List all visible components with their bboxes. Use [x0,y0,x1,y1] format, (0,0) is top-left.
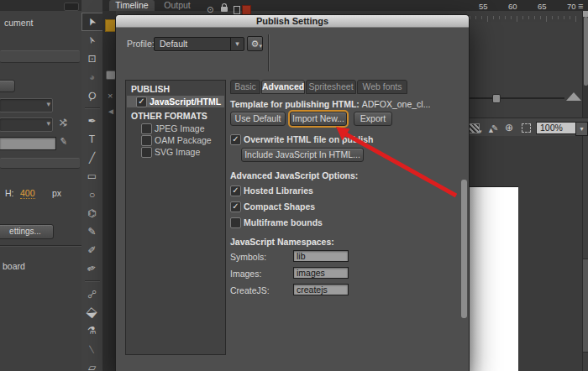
brush-tool[interactable]: ✐ [82,242,102,259]
dialog-scrollbar-thumb[interactable] [461,180,467,318]
tab-spritesheet[interactable]: Spritesheet [306,80,356,94]
symbols-input[interactable] [293,250,349,262]
publish-settings-dialog: Publish Settings Profile: Default ▾ ⚙▾ P… [115,14,470,371]
pen-tool[interactable]: ✒ [82,112,102,129]
text-icon: T [89,134,95,144]
import-new-button[interactable]: Import New... [290,112,347,126]
paintbrush-tool[interactable]: ✏ [82,260,102,277]
stage-zoom-dropdown-button[interactable]: ▾ [575,122,588,136]
stage-zoom-field[interactable]: 100% [536,122,576,134]
lasso-icon: Ϙ [87,90,97,102]
checkbox-javascript-html[interactable]: ✓ [136,97,147,107]
format-row-jpeg[interactable]: JPEG Image [127,123,224,134]
dialog-title-bar[interactable]: Publish Settings [116,15,469,28]
eraser-tool[interactable]: ▱ [82,359,102,371]
selection-tool[interactable]: ➤ [82,13,102,30]
overwrite-html-label: Overwrite HTML file on publish [244,134,373,144]
scrollbar-arrow-button[interactable] [583,11,588,17]
wrench-icon[interactable]: ⚒ [57,118,69,128]
edit-symbol-icon[interactable]: ▲✎ [487,125,501,135]
format-row-oam[interactable]: OAM Package [127,134,224,146]
checkbox-jpeg[interactable] [141,123,152,134]
oval-icon: ○ [89,190,95,200]
document-label: cument [4,18,33,29]
checkbox-svg[interactable] [141,147,152,158]
pasteboard[interactable] [467,136,582,371]
oval-tool[interactable]: ○ [82,186,102,203]
timeline-zoom-slider-knob[interactable] [492,94,501,103]
text-tool[interactable]: T [82,131,102,148]
timeline-scrollbar-thumb[interactable] [584,17,588,86]
free-transform-tool[interactable]: ⊡ [82,50,102,67]
eyedropper-tool[interactable]: ﹨ [82,341,102,358]
layer-outline-icon[interactable] [234,6,240,14]
lasso-tool[interactable]: Ϙ [82,87,102,104]
include-javascript-button[interactable]: Include JavaScript In HTML... [241,148,364,162]
paint-bucket-icon: ◪ [85,306,98,319]
checkbox-compact-shapes[interactable]: ✓ [230,201,241,212]
checkbox-multiframe-bounds[interactable] [230,217,241,228]
line-tool[interactable]: ╱ [82,149,102,166]
export-button[interactable]: Export [354,112,392,126]
tools-panel: ➤➢⊡◕Ϙ✒T╱▭○⌬✎✐✏⧟◪⚗﹨▱☛ [81,0,103,371]
timeline-scrollbar[interactable] [582,11,588,118]
tab-basic[interactable]: Basic [230,80,260,94]
pencil-edit-icon[interactable]: ✎ [59,135,68,147]
stage-scrollbar-thumb[interactable] [583,259,588,353]
chevron-down-icon: ▾ [46,100,50,108]
polystar-tool[interactable]: ⌬ [82,205,102,222]
multiframe-bounds-label: Multiframe bounds [244,217,323,227]
checkbox-overwrite-html[interactable]: ✓ [230,134,241,145]
center-frame-icon[interactable]: ⊕ [505,123,513,133]
publish-settings-button[interactable]: ettings... [0,224,54,239]
ink-bottle-tool[interactable]: ⚗ [82,322,102,339]
checkbox-oam[interactable] [141,135,152,146]
stage-canvas[interactable] [467,186,518,371]
profile-options-gear-button[interactable]: ⚙▾ [247,36,263,51]
properties-text-field[interactable] [0,137,56,150]
properties-dropdown-2[interactable]: ▾ [0,118,53,132]
clip-content-icon[interactable] [522,123,531,133]
bone-tool[interactable]: ⧟ [82,285,102,302]
checkbox-hosted-libraries[interactable]: ✓ [230,186,241,196]
3d-rotation-tool[interactable]: ◕ [82,69,102,86]
images-input[interactable] [293,267,349,279]
properties-dropdown-1[interactable]: ▾ [0,98,53,112]
layer-visibility-eye-icon[interactable]: ⊙ [207,5,213,14]
timeline-ruler[interactable]: 55606570 [467,11,582,23]
ruler-tick [505,16,506,19]
chevron-down-icon: ▾ [259,39,262,53]
subselection-tool[interactable]: ➢ [82,32,102,49]
tab-timeline[interactable]: Timeline [109,0,155,11]
tab-advanced[interactable]: Advanced [261,80,305,94]
stage-scrollbar[interactable] [582,136,588,371]
format-row-svg[interactable]: SVG Image [127,146,224,158]
brush-icon: ✐ [87,245,96,255]
ruler-tick [528,16,529,19]
tools-divider [85,107,100,109]
paint-bucket-tool[interactable]: ◪ [82,304,102,321]
panel-menu-icon[interactable] [64,3,79,11]
height-value[interactable]: 400 [20,188,35,199]
tab-web-fonts[interactable]: Web fonts [357,80,407,94]
partial-button[interactable] [0,80,15,92]
panel-menu-hamburger-icon[interactable]: ≡ [578,1,583,11]
createjs-input[interactable] [293,284,349,295]
format-row-javascript-html[interactable]: ✓ JavaScript/HTML [127,96,224,107]
ruler-tick [522,16,523,19]
use-default-button[interactable]: Use Default [230,112,286,126]
timeline-zoom-triangle-icon[interactable] [566,92,581,101]
timeline-frames-area[interactable] [467,22,582,118]
ruler-tick [487,16,488,22]
pencil-tool[interactable]: ✎ [82,223,102,240]
timeline-zoom-slider-track[interactable] [467,97,564,99]
profile-dropdown[interactable]: Default ▾ [154,37,244,51]
template-value: ADFOX_one_cl... [362,99,431,109]
rectangle-tool[interactable]: ▭ [82,168,102,185]
close-icon[interactable]: × [108,91,113,101]
edit-symbol-pencil: ✎ [491,123,498,133]
tab-output[interactable]: Output [156,0,198,11]
collapse-left-icon[interactable]: ◄ [107,107,115,116]
section-header-bar[interactable] [0,50,80,63]
layer-lock-icon[interactable] [221,7,228,12]
